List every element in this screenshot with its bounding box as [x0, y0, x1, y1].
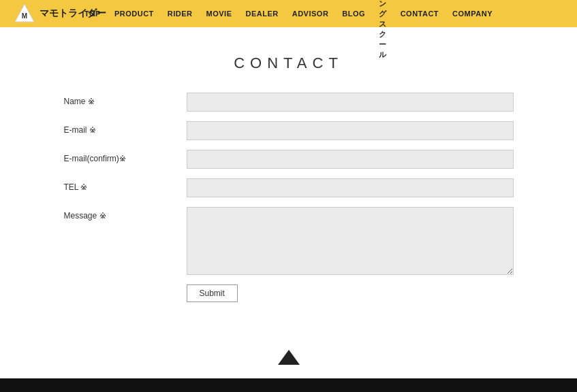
message-label: Message ※ [64, 207, 187, 220]
nav-dealer[interactable]: DEALER [245, 10, 278, 18]
message-row: Message ※ [64, 207, 514, 275]
nav-advisor[interactable]: ADVISOR [292, 10, 329, 18]
main-nav: TOP PRODUCT RIDER MOVIE DEALER ADVISOR B… [84, 0, 493, 60]
header: M マモトライダー TOP PRODUCT RIDER MOVIE DEALER… [0, 0, 577, 27]
tel-input[interactable] [187, 178, 514, 197]
submit-row: Submit [187, 284, 514, 302]
nav-rider[interactable]: RIDER [168, 10, 193, 18]
svg-text:M: M [22, 12, 27, 20]
nav-movie[interactable]: MOVIE [206, 10, 232, 18]
name-row: Name ※ [64, 93, 514, 112]
back-to-top-section [0, 329, 577, 378]
tel-label: TEL ※ [64, 178, 187, 192]
nav-product[interactable]: PRODUCT [114, 10, 154, 18]
name-input[interactable] [187, 93, 514, 112]
nav-company[interactable]: COMPANY [452, 10, 493, 18]
message-textarea[interactable] [187, 207, 514, 275]
nav-top[interactable]: TOP [84, 10, 101, 18]
email-row: E-mail ※ [64, 121, 514, 140]
nav-contact[interactable]: CONTACT [401, 10, 439, 18]
back-to-top-button[interactable] [278, 350, 300, 365]
email-confirm-label: E-mail(confirm)※ [64, 150, 187, 163]
nav-waxing[interactable]: ワクシングスクール [379, 0, 387, 60]
name-label: Name ※ [64, 93, 187, 106]
logo-icon: M [14, 3, 35, 24]
main-content: CONTACT Name ※ E-mail ※ E-mail(confirm)※… [0, 27, 577, 329]
email-confirm-input[interactable] [187, 150, 514, 169]
nav-blog[interactable]: BLOG [342, 10, 365, 18]
tel-row: TEL ※ [64, 178, 514, 197]
email-label: E-mail ※ [64, 121, 187, 135]
email-input[interactable] [187, 121, 514, 140]
email-confirm-row: E-mail(confirm)※ [64, 150, 514, 169]
footer: f TOP PRODUCT RIDER MOVIE DEALER ADVISOR… [0, 378, 577, 392]
contact-form-container: Name ※ E-mail ※ E-mail(confirm)※ TEL ※ M… [50, 93, 527, 302]
submit-button[interactable]: Submit [187, 284, 238, 302]
